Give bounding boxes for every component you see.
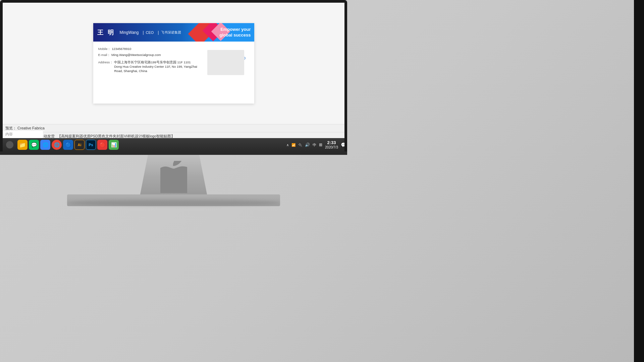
source-label: 预览： — [5, 126, 16, 130]
content-input-label: 内容 — [3, 130, 43, 138]
taskbar-app8[interactable]: 🔴 — [97, 140, 107, 150]
mobile-value: 12345678910 — [112, 47, 131, 51]
file-manager-icon: 📁 — [19, 142, 26, 148]
wechat-icon: 💬 — [31, 142, 37, 147]
tray-up-arrow[interactable]: ∧ — [286, 143, 289, 147]
card-separator2: | — [158, 30, 159, 35]
tray-grid[interactable]: ⊞ — [319, 142, 322, 147]
card-slogan-line1: Empower your — [220, 27, 251, 32]
card-name-en: MingWang — [120, 30, 139, 35]
taskbar-clock: 2:33 2020/7/3 — [325, 140, 338, 149]
card-slogan-line2: global success — [219, 33, 251, 38]
card-address: Address： 中国上海市长宁区格宅路199号东华创意园 11F 1101 D… — [98, 60, 206, 73]
taskbar-illustrator[interactable]: Ai — [74, 140, 85, 150]
imac-chin — [0, 152, 347, 155]
tray-volume[interactable]: 🔊 — [305, 142, 310, 147]
email-source-bar: 预览： Creative Fabrica — [3, 124, 344, 132]
clock-date: 2020/7/3 — [325, 145, 338, 149]
imac-bezel: 王 明 MingWang | CEO | 飞书深诺集团 Empower your… — [0, 0, 347, 154]
taskbar-wechat[interactable]: 💬 — [29, 140, 39, 150]
tray-usb: 🔌 — [298, 143, 302, 147]
taskbar-app9[interactable]: 📊 — [109, 140, 119, 150]
email-client: 王 明 MingWang | CEO | 飞书深诺集团 Empower your… — [3, 3, 344, 152]
card-placeholder-box — [207, 50, 244, 75]
email-label: E-mail： — [98, 53, 111, 57]
card-email: E-mail： Ming.Wang@Meetsocialgroup.com — [98, 53, 206, 57]
email-value: Ming.Wang@Meetsocialgroup.com — [111, 53, 161, 57]
card-header: 王 明 MingWang | CEO | 飞书深诺集团 Empower your… — [93, 23, 254, 42]
card-mobile: Mobile： 12345678910 — [98, 47, 206, 51]
address-label: Address： — [98, 60, 113, 64]
taskbar-photoshop[interactable]: Ps — [86, 140, 96, 150]
clock-time: 2:33 — [325, 140, 338, 145]
taskbar-app5[interactable]: 🔵 — [63, 140, 73, 150]
card-name-zh: 王 明 — [97, 28, 115, 37]
address-en: Dong Hua Creative Industry Center 11F, N… — [114, 64, 206, 73]
photoshop-icon: Ps — [89, 143, 93, 147]
tray-wifi: 📶 — [291, 143, 296, 147]
card-separator: | — [143, 30, 144, 35]
card-display-area: 王 明 MingWang | CEO | 飞书深诺集团 Empower your… — [3, 3, 344, 124]
taskbar-chrome[interactable]: 🌐 — [52, 140, 62, 150]
taskbar-indicator — [6, 141, 13, 148]
business-card: 王 明 MingWang | CEO | 飞书深诺集团 Empower your… — [93, 23, 254, 104]
browser-360-icon: 🌐 — [43, 142, 48, 147]
app9-icon: 📊 — [111, 142, 117, 147]
imac-screen: 王 明 MingWang | CEO | 飞书深诺集团 Empower your… — [3, 3, 344, 152]
chrome-icon: 🌐 — [54, 142, 60, 147]
taskbar: 📁 💬 🌐 🌐 🔵 Ai Ps — [3, 138, 344, 152]
card-contact: Mobile： 12345678910 E-mail： Ming.Wang@Me… — [98, 47, 206, 75]
tray-chat[interactable]: 💬 — [341, 142, 344, 147]
tray-lang[interactable]: 中 — [313, 142, 316, 147]
card-slogan: Empower your global success — [219, 27, 251, 38]
mobile-label: Mobile： — [98, 47, 111, 51]
taskbar-360[interactable]: 🌐 — [40, 140, 50, 150]
imac-reflection — [67, 199, 280, 206]
right-sidebar — [634, 0, 644, 362]
app8-icon: 🔴 — [100, 142, 105, 147]
system-tray: ∧ 📶 🔌 🔊 中 ⊞ 2:33 2020/7/3 💬 — [286, 140, 344, 149]
apple-logo — [158, 161, 190, 193]
illustrator-icon: Ai — [78, 143, 82, 147]
taskbar-file-manager[interactable]: 📁 — [17, 140, 28, 150]
app5-icon: 🔵 — [65, 142, 71, 147]
source-value: Creative Fabrica — [17, 126, 45, 130]
address-zh: 中国上海市长宁区格宅路199号东华创意园 11F 1101 — [114, 60, 191, 64]
card-title: CEO — [146, 31, 154, 35]
card-company: 飞书深诺集团 — [161, 30, 181, 35]
